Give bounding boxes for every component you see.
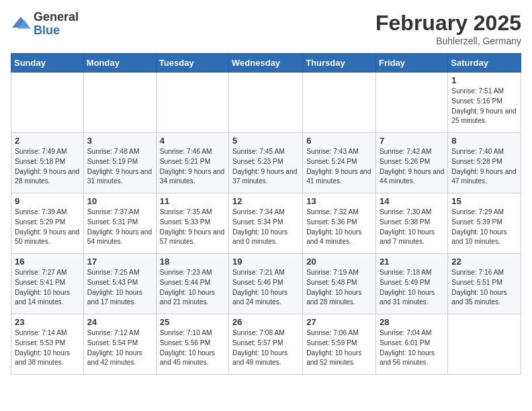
- day-number: 3: [87, 136, 152, 146]
- day-info: Sunrise: 7:32 AM Sunset: 5:36 PM Dayligh…: [306, 208, 372, 247]
- col-thursday: Thursday: [303, 54, 376, 73]
- day-number: 9: [15, 196, 80, 206]
- table-row: [11, 73, 84, 133]
- table-row: 16Sunrise: 7:27 AM Sunset: 5:41 PM Dayli…: [11, 254, 84, 314]
- table-row: 27Sunrise: 7:06 AM Sunset: 5:59 PM Dayli…: [303, 314, 376, 375]
- day-info: Sunrise: 7:39 AM Sunset: 5:29 PM Dayligh…: [15, 208, 80, 247]
- day-number: 25: [160, 317, 225, 327]
- table-row: 14Sunrise: 7:30 AM Sunset: 5:38 PM Dayli…: [376, 193, 448, 254]
- day-number: 20: [306, 257, 372, 267]
- day-number: 19: [232, 257, 299, 267]
- col-saturday: Saturday: [448, 54, 521, 73]
- table-row: 8Sunrise: 7:40 AM Sunset: 5:28 PM Daylig…: [448, 133, 521, 193]
- day-number: 27: [306, 317, 372, 327]
- day-number: 24: [87, 317, 152, 327]
- table-row: 19Sunrise: 7:21 AM Sunset: 5:46 PM Dayli…: [229, 254, 303, 314]
- table-row: 22Sunrise: 7:16 AM Sunset: 5:51 PM Dayli…: [448, 254, 521, 314]
- location: Buhlerzell, Germany: [375, 36, 521, 46]
- table-row: 1Sunrise: 7:51 AM Sunset: 5:16 PM Daylig…: [448, 73, 521, 133]
- table-row: 4Sunrise: 7:46 AM Sunset: 5:21 PM Daylig…: [156, 133, 228, 193]
- day-number: 2: [15, 136, 80, 146]
- table-row: 23Sunrise: 7:14 AM Sunset: 5:53 PM Dayli…: [11, 314, 84, 375]
- day-info: Sunrise: 7:49 AM Sunset: 5:18 PM Dayligh…: [15, 147, 80, 187]
- table-row: 20Sunrise: 7:19 AM Sunset: 5:48 PM Dayli…: [303, 254, 376, 314]
- table-row: [229, 73, 303, 133]
- day-number: 26: [232, 317, 299, 327]
- day-number: 12: [232, 196, 299, 206]
- table-row: 13Sunrise: 7:32 AM Sunset: 5:36 PM Dayli…: [303, 193, 376, 254]
- day-number: 18: [160, 257, 225, 267]
- day-info: Sunrise: 7:18 AM Sunset: 5:49 PM Dayligh…: [380, 268, 444, 308]
- day-number: 4: [160, 136, 225, 146]
- day-info: Sunrise: 7:37 AM Sunset: 5:31 PM Dayligh…: [87, 208, 152, 247]
- table-row: 9Sunrise: 7:39 AM Sunset: 5:29 PM Daylig…: [11, 193, 84, 254]
- calendar-week-5: 23Sunrise: 7:14 AM Sunset: 5:53 PM Dayli…: [11, 314, 521, 375]
- logo-text: General Blue: [34, 11, 79, 38]
- table-row: 6Sunrise: 7:43 AM Sunset: 5:24 PM Daylig…: [303, 133, 376, 193]
- calendar-week-1: 1Sunrise: 7:51 AM Sunset: 5:16 PM Daylig…: [11, 73, 521, 133]
- day-info: Sunrise: 7:14 AM Sunset: 5:53 PM Dayligh…: [15, 328, 80, 368]
- calendar-week-3: 9Sunrise: 7:39 AM Sunset: 5:29 PM Daylig…: [11, 193, 521, 254]
- day-number: 15: [451, 196, 517, 206]
- table-row: 15Sunrise: 7:29 AM Sunset: 5:39 PM Dayli…: [448, 193, 521, 254]
- day-info: Sunrise: 7:21 AM Sunset: 5:46 PM Dayligh…: [232, 268, 299, 308]
- table-row: [448, 314, 521, 375]
- day-number: 5: [232, 136, 299, 146]
- day-number: 22: [451, 257, 517, 267]
- day-number: 16: [15, 257, 80, 267]
- table-row: 26Sunrise: 7:08 AM Sunset: 5:57 PM Dayli…: [229, 314, 303, 375]
- table-row: [83, 73, 156, 133]
- table-row: 7Sunrise: 7:42 AM Sunset: 5:26 PM Daylig…: [376, 133, 448, 193]
- day-number: 7: [380, 136, 444, 146]
- day-number: 21: [380, 257, 444, 267]
- table-row: 10Sunrise: 7:37 AM Sunset: 5:31 PM Dayli…: [83, 193, 156, 254]
- day-number: 6: [306, 136, 372, 146]
- table-row: 12Sunrise: 7:34 AM Sunset: 5:34 PM Dayli…: [229, 193, 303, 254]
- table-row: 17Sunrise: 7:25 AM Sunset: 5:43 PM Dayli…: [83, 254, 156, 314]
- day-number: 14: [380, 196, 444, 206]
- table-row: 28Sunrise: 7:04 AM Sunset: 6:01 PM Dayli…: [376, 314, 448, 375]
- day-number: 17: [87, 257, 152, 267]
- day-info: Sunrise: 7:16 AM Sunset: 5:51 PM Dayligh…: [451, 268, 517, 308]
- logo: General Blue: [11, 11, 79, 38]
- table-row: 18Sunrise: 7:23 AM Sunset: 5:44 PM Dayli…: [156, 254, 228, 314]
- day-info: Sunrise: 7:34 AM Sunset: 5:34 PM Dayligh…: [232, 208, 299, 247]
- day-info: Sunrise: 7:46 AM Sunset: 5:21 PM Dayligh…: [160, 147, 225, 187]
- table-row: 21Sunrise: 7:18 AM Sunset: 5:49 PM Dayli…: [376, 254, 448, 314]
- table-row: [376, 73, 448, 133]
- day-number: 8: [451, 136, 517, 146]
- col-tuesday: Tuesday: [156, 54, 228, 73]
- table-row: 25Sunrise: 7:10 AM Sunset: 5:56 PM Dayli…: [156, 314, 228, 375]
- day-info: Sunrise: 7:29 AM Sunset: 5:39 PM Dayligh…: [451, 208, 517, 247]
- day-info: Sunrise: 7:25 AM Sunset: 5:43 PM Dayligh…: [87, 268, 152, 308]
- day-number: 11: [160, 196, 225, 206]
- day-number: 10: [87, 196, 152, 206]
- month-title: February 2025: [375, 11, 521, 36]
- day-info: Sunrise: 7:42 AM Sunset: 5:26 PM Dayligh…: [380, 147, 444, 187]
- calendar-week-2: 2Sunrise: 7:49 AM Sunset: 5:18 PM Daylig…: [11, 133, 521, 193]
- logo-general: General: [34, 11, 79, 24]
- day-info: Sunrise: 7:08 AM Sunset: 5:57 PM Dayligh…: [232, 328, 299, 368]
- day-info: Sunrise: 7:27 AM Sunset: 5:41 PM Dayligh…: [15, 268, 80, 308]
- day-info: Sunrise: 7:04 AM Sunset: 6:01 PM Dayligh…: [380, 328, 444, 368]
- calendar-table: Sunday Monday Tuesday Wednesday Thursday…: [11, 53, 521, 375]
- day-number: 1: [451, 75, 517, 85]
- table-row: 11Sunrise: 7:35 AM Sunset: 5:33 PM Dayli…: [156, 193, 228, 254]
- table-row: 24Sunrise: 7:12 AM Sunset: 5:54 PM Dayli…: [83, 314, 156, 375]
- day-info: Sunrise: 7:51 AM Sunset: 5:16 PM Dayligh…: [451, 87, 517, 126]
- logo-blue: Blue: [34, 24, 79, 38]
- day-info: Sunrise: 7:12 AM Sunset: 5:54 PM Dayligh…: [87, 328, 152, 368]
- day-info: Sunrise: 7:48 AM Sunset: 5:19 PM Dayligh…: [87, 147, 152, 187]
- title-block: February 2025 Buhlerzell, Germany: [375, 11, 521, 46]
- day-info: Sunrise: 7:45 AM Sunset: 5:23 PM Dayligh…: [232, 147, 299, 187]
- day-info: Sunrise: 7:43 AM Sunset: 5:24 PM Dayligh…: [306, 147, 372, 187]
- day-info: Sunrise: 7:35 AM Sunset: 5:33 PM Dayligh…: [160, 208, 225, 247]
- table-row: [156, 73, 228, 133]
- page-header: General Blue February 2025 Buhlerzell, G…: [11, 11, 521, 46]
- table-row: 5Sunrise: 7:45 AM Sunset: 5:23 PM Daylig…: [229, 133, 303, 193]
- day-number: 23: [15, 317, 80, 327]
- col-friday: Friday: [376, 54, 448, 73]
- calendar-header-row: Sunday Monday Tuesday Wednesday Thursday…: [11, 54, 521, 73]
- table-row: 3Sunrise: 7:48 AM Sunset: 5:19 PM Daylig…: [83, 133, 156, 193]
- day-info: Sunrise: 7:19 AM Sunset: 5:48 PM Dayligh…: [306, 268, 372, 308]
